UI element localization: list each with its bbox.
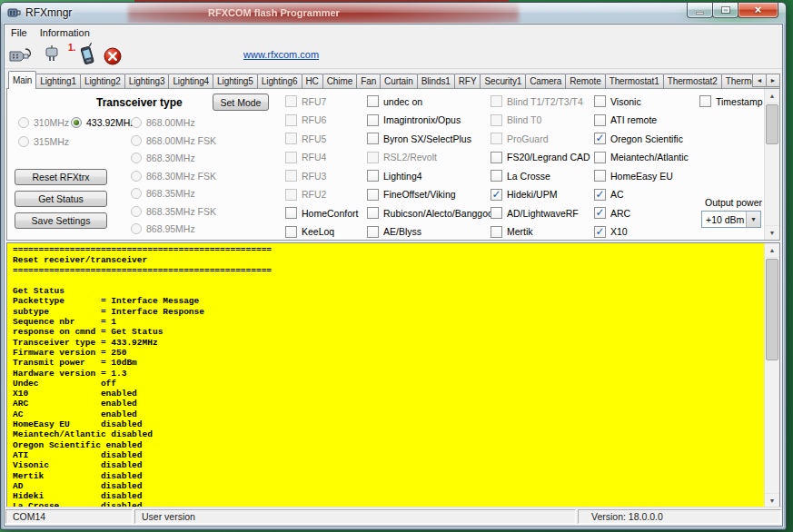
radio-circle-icon[interactable] xyxy=(131,135,142,146)
checkbox-box-icon[interactable] xyxy=(367,226,379,238)
checkbox-box-icon[interactable] xyxy=(594,152,606,163)
menu-information[interactable]: Information xyxy=(34,25,96,42)
radio-circle-icon[interactable] xyxy=(18,117,29,128)
get-status-button[interactable]: Get Status xyxy=(15,191,107,207)
checkbox-box-icon[interactable] xyxy=(491,170,502,182)
scroll-thumb[interactable] xyxy=(766,104,778,144)
checkbox-homeconfort[interactable]: HomeConfort xyxy=(285,207,358,219)
checkbox-blind-t1-t2-t3-t4[interactable]: Blind T1/T2/T3/T4 xyxy=(491,95,590,107)
tab-lighting4[interactable]: Lighting4 xyxy=(168,74,213,89)
checkbox-oregon-scientific[interactable]: ✓Oregon Scientific xyxy=(594,133,689,144)
radio-315mhz[interactable]: 315MHz xyxy=(18,136,69,147)
checkbox-box-icon[interactable] xyxy=(285,226,297,238)
checkbox-box-icon[interactable]: ✓ xyxy=(594,133,606,144)
panel-scrollbar[interactable]: ▲ ▼ xyxy=(764,89,779,240)
radio-circle-icon[interactable] xyxy=(71,117,82,128)
radio-868-30mhz-fsk[interactable]: 868.30MHz FSK xyxy=(131,171,216,182)
checkbox-ati-remote[interactable]: ATI remote xyxy=(594,114,689,126)
tab-blinds1[interactable]: Blinds1 xyxy=(417,74,455,89)
tab-lighting2[interactable]: Lighting2 xyxy=(80,74,125,89)
checkbox-visonic[interactable]: Visonic xyxy=(594,95,689,107)
radio-433-92mhz[interactable]: 433.92MHz xyxy=(71,117,135,128)
checkbox-proguard[interactable]: ProGuard xyxy=(491,133,590,144)
checkbox-box-icon[interactable] xyxy=(285,133,297,144)
radio-310mhz[interactable]: 310MHz xyxy=(18,117,69,128)
radio-868-35mhz-fsk[interactable]: 868.35MHz FSK xyxy=(131,206,216,217)
checkbox-rfu2[interactable]: RFU2 xyxy=(285,189,358,201)
checkbox-box-icon[interactable]: ✓ xyxy=(594,226,606,238)
checkbox-hideki-upm[interactable]: ✓Hideki/UPM xyxy=(491,189,590,201)
checkbox-box-icon[interactable] xyxy=(285,170,297,182)
checkbox-box-icon[interactable] xyxy=(285,95,297,107)
log-scrollbar[interactable]: ▲ ▼ xyxy=(764,243,779,507)
checkbox-box-icon[interactable] xyxy=(491,152,502,163)
checkbox-box-icon[interactable] xyxy=(367,189,379,201)
scroll-up-icon[interactable]: ▲ xyxy=(765,243,779,258)
radio-circle-icon[interactable] xyxy=(131,188,142,199)
tab-remote[interactable]: Remote xyxy=(565,74,605,89)
checkbox-box-icon[interactable]: ✓ xyxy=(594,189,606,201)
tab-thermostat2[interactable]: Thermostat2 xyxy=(663,74,722,89)
checkbox-box-icon[interactable] xyxy=(491,207,502,219)
radio-868-00mhz[interactable]: 868.00MHz xyxy=(131,117,216,128)
set-mode-button[interactable]: Set Mode xyxy=(213,94,269,111)
disconnect-serial-button[interactable] xyxy=(41,44,64,66)
tab-fan[interactable]: Fan xyxy=(356,74,381,89)
checkbox-keeloq[interactable]: KeeLoq xyxy=(285,226,358,238)
scroll-up-icon[interactable]: ▲ xyxy=(765,89,779,103)
checkbox-box-icon[interactable] xyxy=(594,170,606,182)
checkbox-box-icon[interactable]: ✓ xyxy=(594,207,606,219)
checkbox-blind-t0[interactable]: Blind T0 xyxy=(491,114,590,126)
checkbox-box-icon[interactable] xyxy=(367,170,379,182)
checkbox-box-icon[interactable] xyxy=(285,114,297,126)
rfxcom-link[interactable]: www.rfxcom.com xyxy=(243,49,319,60)
tab-thermostat1[interactable]: Thermostat1 xyxy=(605,74,664,89)
dropdown-arrow-icon[interactable]: ▼ xyxy=(746,212,760,227)
radio-868-35mhz[interactable]: 868.35MHz xyxy=(131,188,216,199)
checkbox-rfu5[interactable]: RFU5 xyxy=(285,133,358,144)
checkbox-box-icon[interactable] xyxy=(699,95,711,107)
checkbox-box-icon[interactable] xyxy=(594,95,606,107)
checkbox-box-icon[interactable]: ✓ xyxy=(491,189,502,201)
checkbox-rfu6[interactable]: RFU6 xyxy=(285,114,358,126)
checkbox-box-icon[interactable] xyxy=(491,95,502,107)
checkbox-box-icon[interactable] xyxy=(367,152,379,163)
checkbox-arc[interactable]: ✓ARC xyxy=(594,207,689,219)
tab-chime[interactable]: Chime xyxy=(322,74,357,89)
log-area[interactable]: ========================================… xyxy=(6,242,780,508)
checkbox-byron-sx-selectplus[interactable]: Byron SX/SelectPlus xyxy=(367,133,499,144)
reset-rfxtrx-button[interactable]: Reset RFXtrx xyxy=(15,169,107,185)
minimize-button[interactable] xyxy=(687,3,713,18)
checkbox-rubicson-alecto-banggood[interactable]: Rubicson/Alecto/Banggood xyxy=(367,207,499,219)
checkbox-box-icon[interactable] xyxy=(491,114,502,126)
checkbox-rfu4[interactable]: RFU4 xyxy=(285,152,358,163)
checkbox-rsl2-revolt[interactable]: RSL2/Revolt xyxy=(367,152,499,163)
scroll-down-icon[interactable]: ▼ xyxy=(765,225,779,240)
radio-circle-icon[interactable] xyxy=(131,206,142,217)
checkbox-box-icon[interactable] xyxy=(367,207,379,219)
radio-circle-icon[interactable] xyxy=(131,223,142,234)
tab-scroll-right-button[interactable]: ► xyxy=(766,74,780,87)
checkbox-fineoffset-viking[interactable]: FineOffset/Viking xyxy=(367,189,499,201)
checkbox-box-icon[interactable] xyxy=(367,114,379,126)
checkbox-box-icon[interactable] xyxy=(594,114,606,126)
checkbox-box-icon[interactable] xyxy=(285,152,297,163)
tab-lighting6[interactable]: Lighting6 xyxy=(257,74,302,89)
checkbox-box-icon[interactable] xyxy=(367,133,379,144)
tab-lighting5[interactable]: Lighting5 xyxy=(213,74,258,89)
checkbox-imagintronix-opus[interactable]: Imagintronix/Opus xyxy=(367,114,499,126)
output-power-select[interactable]: +10 dBm ▼ xyxy=(701,211,761,228)
checkbox-box-icon[interactable] xyxy=(285,189,297,201)
stop-button[interactable] xyxy=(101,45,124,67)
tab-rfy[interactable]: RFY xyxy=(454,74,481,89)
tab-main[interactable]: Main xyxy=(8,71,36,89)
maximize-button[interactable] xyxy=(712,3,738,18)
checkbox-la-crosse[interactable]: La Crosse xyxy=(491,170,590,182)
menu-file[interactable]: File xyxy=(5,25,34,42)
radio-868-30mhz[interactable]: 868.30MHz xyxy=(131,153,216,163)
checkbox-box-icon[interactable] xyxy=(367,95,379,107)
checkbox-undec-on[interactable]: undec on xyxy=(367,95,499,107)
checkbox-mertik[interactable]: Mertik xyxy=(491,226,590,238)
checkbox-homeeasy-eu[interactable]: HomeEasy EU xyxy=(594,170,689,182)
checkbox-rfu3[interactable]: RFU3 xyxy=(285,170,358,182)
